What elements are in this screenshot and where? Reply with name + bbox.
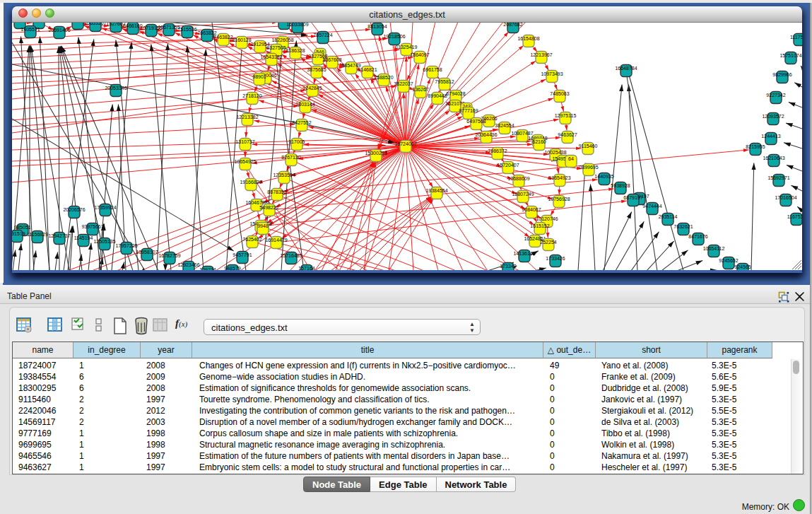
svg-text:10653267: 10653267: [84, 23, 106, 25]
svg-text:20364436: 20364436: [475, 132, 497, 137]
svg-text:1145194: 1145194: [74, 235, 93, 240]
svg-text:9457791: 9457791: [233, 252, 252, 257]
svg-text:98901: 98901: [252, 74, 266, 79]
svg-text:17359924: 17359924: [94, 205, 116, 210]
svg-text:12213382: 12213382: [236, 115, 258, 119]
svg-text:1167533: 1167533: [787, 214, 802, 219]
svg-text:9948: 9948: [257, 223, 269, 228]
svg-text:12975115: 12975115: [555, 113, 577, 118]
svg-text:3824554: 3824554: [495, 123, 514, 128]
svg-text:1615152: 1615152: [530, 223, 549, 228]
svg-text:19384554: 19384554: [425, 188, 447, 193]
svg-text:8813054: 8813054: [367, 24, 387, 29]
svg-text:3822037: 3822037: [394, 81, 413, 86]
svg-text:19654923: 19654923: [548, 175, 570, 180]
svg-text:18807249: 18807249: [512, 192, 534, 197]
svg-text:1405571: 1405571: [20, 27, 40, 32]
svg-text:10120746: 10120746: [536, 216, 558, 221]
svg-text:1244413: 1244413: [761, 134, 780, 139]
svg-text:8267130: 8267130: [281, 155, 300, 160]
svg-text:14136141: 14136141: [513, 251, 535, 256]
svg-text:10654112: 10654112: [703, 246, 725, 251]
svg-text:20053346: 20053346: [105, 86, 126, 90]
svg-text:1440935: 1440935: [594, 174, 613, 179]
svg-text:19166829: 19166829: [240, 180, 261, 185]
svg-text:9242845: 9242845: [302, 86, 322, 90]
svg-text:1310737: 1310737: [235, 139, 254, 144]
svg-text:9227342: 9227342: [766, 93, 785, 98]
svg-text:9463627: 9463627: [558, 132, 577, 137]
svg-text:7955812: 7955812: [435, 79, 454, 84]
svg-text:18226058: 18226058: [271, 37, 293, 42]
svg-text:391519: 391519: [12, 231, 25, 236]
svg-text:9084067: 9084067: [522, 207, 541, 212]
svg-text:16648784: 16648784: [615, 66, 637, 71]
svg-text:12505135: 12505135: [93, 239, 115, 244]
svg-text:16210643: 16210643: [763, 156, 784, 160]
svg-text:10671355: 10671355: [158, 25, 180, 30]
svg-text:8186328: 8186328: [286, 48, 305, 53]
svg-text:7463822: 7463822: [213, 35, 233, 40]
svg-text:7632621: 7632621: [673, 224, 693, 229]
svg-text:129234: 129234: [199, 267, 216, 270]
svg-text:8990448: 8990448: [428, 93, 447, 98]
svg-text:15716485: 15716485: [280, 253, 302, 258]
svg-text:6794028: 6794028: [446, 91, 465, 96]
svg-text:2935114: 2935114: [659, 214, 678, 219]
svg-text:17957225: 17957225: [115, 243, 137, 248]
svg-text:3875685: 3875685: [307, 67, 326, 72]
svg-text:9474444: 9474444: [642, 204, 661, 209]
svg-text:16154808: 16154808: [517, 36, 539, 41]
svg-text:16046798: 16046798: [245, 200, 267, 205]
svg-text:8471676: 8471676: [688, 234, 707, 239]
svg-text:1117533: 1117533: [790, 35, 802, 40]
svg-text:0899695: 0899695: [579, 165, 598, 170]
svg-text:10025438: 10025438: [544, 150, 566, 155]
svg-text:2367608: 2367608: [322, 57, 341, 62]
svg-text:5498222: 5498222: [259, 205, 278, 210]
svg-text:15720407: 15720407: [497, 163, 519, 168]
svg-text:12353594: 12353594: [273, 173, 295, 177]
svg-text:64: 64: [568, 156, 574, 161]
svg-text:9777169: 9777169: [459, 108, 478, 113]
svg-text:1733426: 1733426: [546, 256, 565, 261]
svg-text:12942737: 12942737: [48, 233, 70, 238]
svg-text:136267: 136267: [412, 87, 428, 92]
svg-text:985051: 985051: [14, 225, 30, 230]
svg-text:10688609: 10688609: [507, 176, 529, 181]
svg-text:8878352: 8878352: [267, 189, 286, 194]
svg-text:11156829: 11156829: [27, 232, 48, 237]
svg-text:10807487: 10807487: [511, 131, 533, 136]
svg-text:2718120: 2718120: [242, 93, 261, 98]
svg-text:7986372: 7986372: [488, 148, 507, 153]
svg-text:8160128: 8160128: [232, 37, 251, 42]
svg-text:16914479: 16914479: [265, 238, 287, 243]
svg-text:5938928: 5938928: [611, 183, 630, 188]
svg-text:7625402: 7625402: [242, 237, 261, 242]
svg-text:15692971: 15692971: [767, 175, 789, 180]
svg-text:10958107: 10958107: [136, 250, 158, 255]
svg-text:8427552: 8427552: [292, 120, 311, 125]
svg-text:18724007: 18724007: [394, 141, 416, 146]
svg-text:8215955: 8215955: [746, 144, 765, 149]
svg-text:12213967: 12213967: [530, 52, 552, 57]
svg-text:19218506: 19218506: [383, 34, 405, 39]
svg-text:16033809: 16033809: [286, 23, 308, 27]
svg-text:12923466: 12923466: [177, 262, 199, 267]
svg-text:20691406: 20691406: [48, 28, 70, 33]
svg-text:9327505: 9327505: [266, 45, 286, 50]
svg-text:16782759: 16782759: [158, 253, 180, 258]
svg-text:11325419: 11325419: [396, 45, 418, 49]
svg-text:1864097: 1864097: [410, 52, 429, 57]
svg-text:9245652: 9245652: [719, 258, 738, 263]
svg-text:7515526: 7515526: [177, 27, 196, 32]
svg-text:6497568: 6497568: [466, 119, 486, 124]
svg-text:117005: 117005: [289, 139, 305, 144]
svg-text:2803144: 2803144: [295, 102, 314, 107]
svg-text:9146821: 9146821: [358, 67, 377, 72]
svg-text:15751074: 15751074: [779, 53, 801, 58]
svg-text:10654925: 10654925: [234, 159, 256, 164]
svg-text:20206576: 20206576: [63, 207, 85, 212]
svg-text:6961758: 6961758: [423, 67, 442, 72]
svg-text:10973493: 10973493: [541, 71, 563, 76]
